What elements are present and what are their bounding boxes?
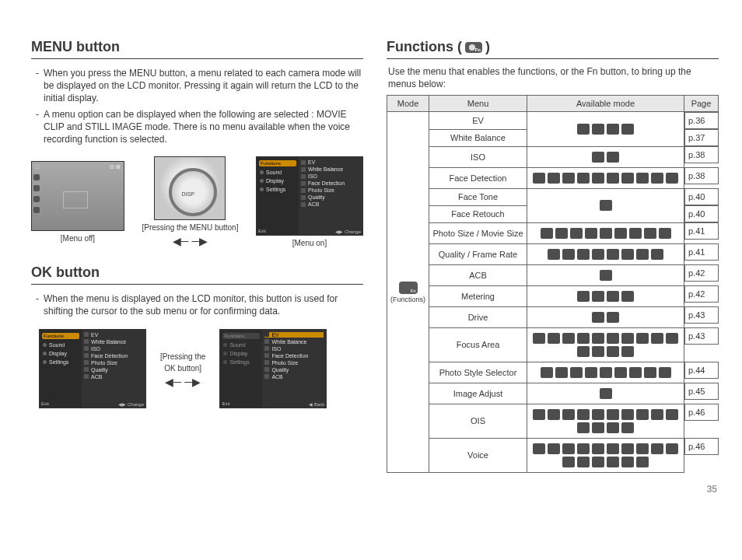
- functions-heading-post: ): [485, 39, 490, 55]
- mode-icon: [607, 152, 619, 163]
- available-modes: [527, 188, 684, 222]
- caption-pressing-ok-l2: OK button]: [164, 364, 201, 373]
- mode-icon: [629, 228, 642, 239]
- table-row: Metering p.42: [387, 285, 719, 306]
- menu-bullet-1: When you press the MENU button, a menu r…: [36, 67, 363, 105]
- table-header-row: Mode Menu Available mode Page: [387, 96, 719, 112]
- mode-icon: [592, 152, 604, 163]
- mode-icon: [621, 443, 634, 454]
- figure-camera-dpad: DISP [Pressing the MENU button] ◀──▶: [142, 156, 239, 247]
- lcd-menu-on: Functions Sound Display Settings EV Whit…: [256, 156, 363, 236]
- functions-heading-pre: Functions (: [387, 39, 462, 55]
- mode-icon: [607, 443, 619, 454]
- mode-icon: [570, 228, 583, 239]
- fn-mode-icon: [465, 42, 482, 53]
- figure-ok-center: [Pressing the OK button] ◀──▶: [160, 349, 205, 388]
- table-row: Photo Size / Movie Size p.41: [387, 222, 719, 243]
- mode-icon: [562, 409, 575, 420]
- table-row: OIS p.46: [387, 404, 719, 438]
- mode-icon: [585, 367, 597, 378]
- fn-badge-icon: [399, 282, 418, 294]
- mode-icon: [592, 346, 604, 357]
- mode-icon: [636, 333, 649, 344]
- mode-icon: [600, 270, 612, 281]
- mode-icon: [629, 367, 642, 378]
- mode-icon: [621, 333, 634, 344]
- mode-icon: [651, 249, 663, 260]
- available-modes: [527, 146, 684, 167]
- double-arrow-icon-2: ◀──▶: [165, 376, 201, 388]
- lcd-ok-before: Functions Sound Display Settings EV Whit…: [39, 329, 146, 408]
- mode-icon: [636, 409, 649, 420]
- functions-heading: Functions ( ): [387, 39, 719, 59]
- ok-button-desc: When the menu is displayed on the LCD mo…: [36, 292, 363, 317]
- mode-icon: [548, 409, 560, 420]
- mode-icon: [621, 173, 634, 184]
- figure-ok-before: Functions Sound Display Settings EV Whit…: [39, 329, 146, 408]
- figure-menu-on: Functions Sound Display Settings EV Whit…: [256, 156, 363, 247]
- page-ref: p.36: [684, 112, 719, 129]
- table-row: Image Adjust p.45: [387, 383, 719, 404]
- double-arrow-icon: ◀──▶: [173, 235, 208, 247]
- mode-icon: [577, 457, 590, 467]
- panel2-settings: Settings: [49, 359, 68, 365]
- table-row: Face Tone p.40: [387, 188, 719, 205]
- caption-pressing-ok-l1: [Pressing the: [160, 352, 205, 361]
- mode-icon: [644, 367, 656, 378]
- ok-bullet: When the menu is displayed on the LCD mo…: [36, 292, 363, 317]
- camera-back-illustration: DISP: [154, 156, 226, 220]
- panel-right-wb: White Balance: [308, 166, 343, 172]
- mode-icon: [562, 333, 575, 344]
- mode-icon: [577, 409, 590, 420]
- th-page: Page: [684, 96, 719, 112]
- right-column: Functions ( ) Use the menu that enables …: [387, 39, 719, 473]
- mode-icon: [614, 367, 627, 378]
- ok-button-heading: OK button: [31, 264, 363, 285]
- mode-icon: [621, 422, 634, 433]
- mode-icon: [577, 249, 590, 260]
- mode-icon: [621, 457, 634, 467]
- mode-icon: [577, 173, 590, 184]
- table-row: Voice p.46: [387, 438, 719, 472]
- mode-icon: [600, 228, 612, 239]
- mode-icon: [607, 409, 619, 420]
- mode-icon: [659, 367, 671, 378]
- mode-icon: [607, 124, 619, 135]
- table-row: Focus Area p.43: [387, 327, 719, 362]
- panel-item-display: Display: [266, 178, 284, 184]
- mode-icon: [592, 312, 604, 323]
- mode-icon: [651, 173, 663, 184]
- mode-icon: [636, 457, 649, 467]
- available-modes: [527, 222, 684, 243]
- ok-button-figures: Functions Sound Display Settings EV Whit…: [39, 329, 363, 408]
- menu-bullet-2: A menu option can be displayed when the …: [36, 108, 363, 146]
- footer-change: Change: [345, 229, 361, 234]
- mode-cell: (Functions): [387, 112, 429, 473]
- mode-icon: [636, 173, 649, 184]
- mode-icon: [570, 367, 583, 378]
- mode-icon: [577, 333, 590, 344]
- lcd-ok-after: Functions Sound Display Settings EV Whit…: [219, 329, 327, 408]
- mode-icon: [636, 249, 649, 260]
- available-modes: [527, 243, 684, 264]
- available-modes: [527, 327, 684, 362]
- available-modes: [527, 264, 684, 285]
- mode-icon: [659, 228, 671, 239]
- available-modes: [527, 112, 684, 147]
- mode-icon: [621, 346, 634, 357]
- available-modes: [527, 306, 684, 327]
- mode-icon: [621, 291, 634, 302]
- table-row: Photo Style Selector p.44: [387, 362, 719, 383]
- mode-icon: [592, 333, 604, 344]
- panel-item-sound: Sound: [266, 170, 282, 175]
- lcd-preview-menu-off: ⬚▯▯ ▥: [31, 161, 124, 231]
- mode-icon: [541, 367, 553, 378]
- panel-right-psize: Photo Size: [308, 187, 334, 193]
- mode-icon: [548, 249, 560, 260]
- functions-table: Mode Menu Available mode Page (Functions…: [387, 95, 719, 473]
- available-modes: [527, 167, 684, 188]
- left-column: MENU button When you press the MENU butt…: [31, 39, 363, 473]
- mode-icon: [666, 443, 678, 454]
- mode-icon: [533, 409, 545, 420]
- functions-lead: Use the menu that enables the functions,…: [388, 65, 719, 90]
